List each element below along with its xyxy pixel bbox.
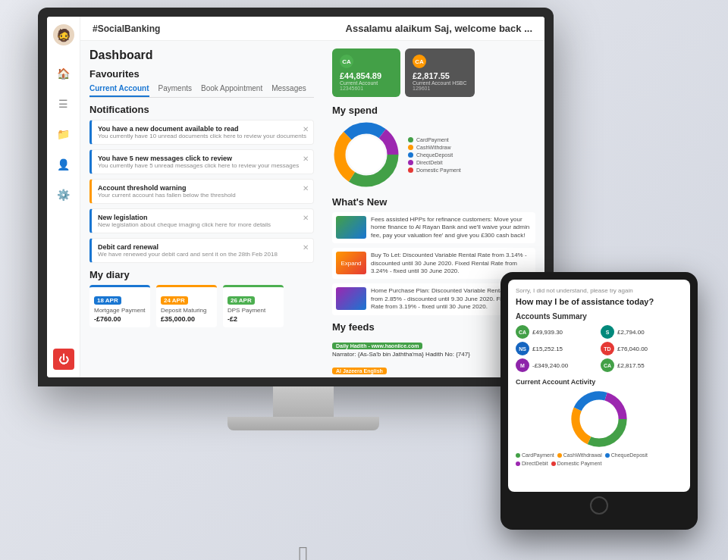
legend-label-2: CashWithdraw (416, 145, 451, 150)
diary-item-2: 24 APR Deposit Maturing £35,000.00 (156, 285, 217, 327)
my-spend-title: My spend (332, 105, 535, 116)
monitor-stand (228, 417, 379, 430)
tablet-acc-chip-4: TD (601, 342, 614, 355)
header-bar: #SocialBanking Assalamu alaikum Saj, wel… (80, 17, 544, 41)
notif-desc-1: You currently have 10 unread documents c… (98, 133, 307, 139)
tablet-acc-amount-5: -£349,240.00 (532, 362, 568, 369)
tablet-legend-item-4: DirectDebit (516, 461, 548, 466)
diary-badge-2: 24 APR (161, 296, 188, 305)
tablet-acc-chip-1: CA (516, 325, 529, 339)
welcome-message: Assalamu alaikum Saj, welcome back ... (346, 23, 532, 34)
diary-items: 18 APR Mortgage Payment -£760.00 24 APR … (89, 285, 314, 327)
legend-label-5: Domestic Payment (416, 167, 461, 173)
tablet-acc-amount-3: £15,252.15 (532, 346, 563, 352)
tablet-acc-chip-5: M (516, 358, 529, 372)
avatar: 🧔 (53, 24, 74, 45)
notif-title-5: Debit card renewal (98, 243, 307, 251)
notif-close-5[interactable]: ✕ (303, 243, 309, 252)
tablet-acc-row-1: CA £49,939.30 (516, 325, 598, 339)
tablet-legend-item-5: Domestic Payment (551, 461, 602, 466)
tablet-accounts-summary-title: Accounts Summary (516, 312, 682, 321)
sidebar-item-settings[interactable]: ⚙️ (55, 186, 72, 203)
monitor: 🧔 🏠 ☰ 📁 👤 ⚙️ ⏻ #SocialBanking Assalamu a… (38, 8, 569, 523)
content-body: Dashboard Favourites Current Account Pay… (80, 41, 544, 377)
diary-item-3: 26 APR DPS Payment -£2 (223, 285, 284, 327)
notif-desc-2: You currently have 5 unread messages cli… (98, 162, 307, 169)
tablet-legend-dot-1 (516, 453, 520, 458)
notif-close-4[interactable]: ✕ (303, 214, 309, 222)
notif-title-3: Account threshold warning (98, 184, 307, 192)
spend-donut (332, 120, 400, 189)
legend-item-3: ChequeDeposit (408, 152, 461, 158)
spend-legend: CardPayment CashWithdraw ChequeDeposit (408, 120, 461, 189)
tablet-acc-chip-3: NS (516, 342, 529, 355)
diary-title: My diary (89, 269, 314, 280)
notif-desc-3: Your current account has fallen below th… (98, 192, 307, 199)
tablet-legend-dot-2 (557, 453, 562, 458)
sidebar-item-list[interactable]: ☰ (55, 95, 72, 112)
notification-1: You have a new document available to rea… (89, 120, 314, 145)
tab-current-account[interactable]: Current Account (89, 84, 149, 97)
sidebar-item-person[interactable]: 👤 (55, 156, 72, 173)
brand-logo: #SocialBanking (93, 23, 160, 34)
diary-amount-1: -£760.00 (94, 315, 146, 323)
tablet-donut (569, 389, 629, 449)
tablet-acc-chip-2: S (601, 325, 614, 339)
diary-label-1: Mortgage Payment (94, 307, 146, 314)
tablet-acc-row-3: NS £15,252.15 (516, 342, 598, 355)
notification-5: Debit card renewal We have renewed your … (89, 238, 314, 263)
card-amount-2: £2,817.55 (413, 71, 467, 80)
notification-4: New legislation New legislation about ch… (89, 208, 314, 233)
legend-item-2: CashWithdraw (408, 145, 461, 150)
notif-desc-4: New legislation about cheque imaging cli… (98, 221, 307, 228)
account-card-2[interactable]: CA £2,817.55 Current Account HSBC 129601 (405, 48, 475, 97)
legend-item-1: CardPayment (408, 137, 461, 142)
legend-dot-5 (408, 167, 413, 173)
tablet-acc-chip-6: CA (601, 358, 614, 372)
svg-point-11 (582, 402, 616, 436)
notif-close-1[interactable]: ✕ (303, 125, 309, 133)
whats-new-thumb-1 (336, 216, 366, 239)
tablet-acc-row-6: CA £2,817.55 (601, 358, 682, 372)
tablet-acc-amount-6: £2,817.55 (617, 362, 645, 369)
tablet-acc-row-5: M -£349,240.00 (516, 358, 598, 372)
notif-close-3[interactable]: ✕ (303, 184, 309, 192)
card-amount-1: £44,854.89 (340, 71, 393, 80)
sidebar-item-folder[interactable]: 📁 (55, 126, 72, 142)
tablet-question-text: How may I be of assistance today? (516, 297, 682, 306)
tablet-home-button[interactable] (590, 496, 608, 515)
tablet-legend-dot-5 (551, 461, 556, 466)
screen-bezel: 🧔 🏠 ☰ 📁 👤 ⚙️ ⏻ #SocialBanking Assalamu a… (38, 8, 554, 386)
tab-payments[interactable]: Payments (158, 84, 192, 97)
account-card-1[interactable]: CA £44,854.89 Current Account 12345601 (332, 48, 400, 97)
legend-dot-3 (408, 152, 413, 158)
whats-new-text-2: Buy To Let: Discounted Variable Rental R… (371, 252, 532, 275)
notif-close-2[interactable]: ✕ (303, 155, 309, 163)
tab-messages[interactable]: Messages (271, 84, 306, 97)
tablet-legend-item-3: ChequeDeposit (605, 452, 648, 458)
tablet-sorry-text: Sorry, I did not understand, please try … (516, 287, 682, 294)
card-num-2: 129601 (413, 86, 467, 91)
tablet-acc-row-4: TD £76,040.00 (601, 342, 682, 355)
tablet-current-activity-title: Current Account Activity (516, 378, 682, 386)
notif-title-1: You have a new document available to rea… (98, 125, 307, 133)
feed-badge-2: Al Jazeera English (332, 368, 387, 374)
monitor-neck (273, 386, 334, 417)
sidebar-item-power[interactable]: ⏻ (53, 349, 74, 370)
legend-label-3: ChequeDeposit (416, 152, 453, 158)
diary-amount-2: £35,000.00 (161, 315, 212, 323)
feed-badge-1: Daily Hadith - www.haoniice.com (332, 343, 422, 349)
tablet-legend-label-1: CardPayment (522, 452, 554, 458)
notif-desc-5: We have renewed your debit card and sent… (98, 251, 307, 258)
card-avatar-2: CA (413, 55, 426, 68)
whats-new-thumb-2: Expand (336, 252, 366, 274)
tablet-legend-label-4: DirectDebit (522, 461, 548, 466)
whats-new-thumb-3 (336, 287, 366, 310)
tab-book-appointment[interactable]: Book Appointment (201, 84, 262, 97)
diary-item-1: 18 APR Mortgage Payment -£760.00 (89, 285, 150, 327)
legend-label-1: CardPayment (416, 137, 449, 142)
tablet-screen: Sorry, I did not understand, please try … (508, 280, 690, 492)
sidebar-item-home[interactable]: 🏠 (55, 65, 72, 82)
card-num-1: 12345601 (340, 86, 393, 91)
tablet-acc-amount-2: £2,794.00 (617, 329, 645, 336)
